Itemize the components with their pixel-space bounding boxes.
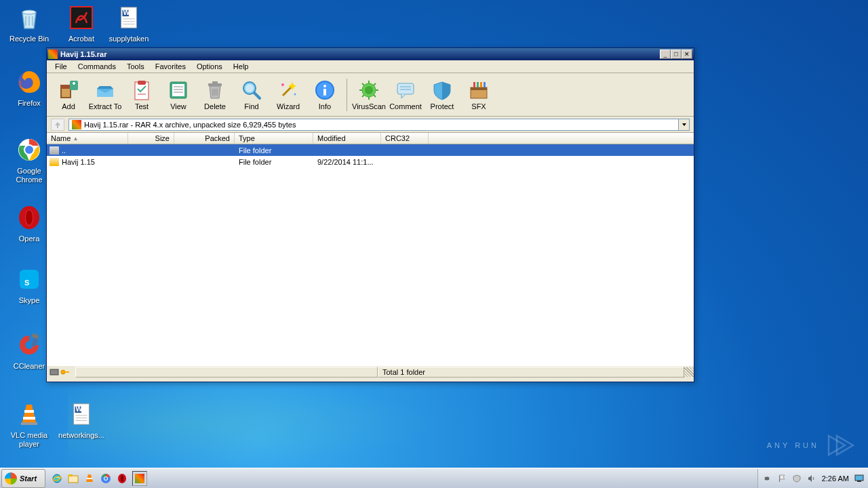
up-arrow-icon [54, 121, 62, 129]
tray-desktop-icon[interactable] [854, 474, 864, 483]
svg-point-46 [245, 84, 254, 92]
toolbar-wizard[interactable]: Wizard [271, 76, 306, 114]
svg-rect-71 [480, 82, 482, 87]
quick-launch-chrome[interactable] [100, 472, 112, 485]
svg-rect-64 [397, 83, 414, 94]
toolbar-label: SFX [471, 102, 486, 110]
desktop-icon-vlc[interactable]: VLC media player [5, 400, 53, 454]
desktop-icon-label: Google Chrome [6, 167, 52, 184]
info-icon [314, 79, 336, 101]
svg-rect-41 [212, 81, 218, 83]
key-icon [60, 368, 70, 376]
svg-rect-73 [50, 369, 58, 375]
svg-point-85 [121, 475, 123, 482]
column-size[interactable]: Size [128, 133, 174, 144]
statusbar: Total 1 folder [47, 365, 694, 378]
desktop-icon-label: Recycle Bin [9, 35, 49, 43]
address-dropdown[interactable] [678, 119, 689, 130]
file-row[interactable]: Havij 1.15 File folder 9/22/2014 11:1... [47, 156, 694, 167]
test-icon [131, 79, 153, 101]
toolbar-test[interactable]: Test [124, 76, 159, 114]
quick-launch-explorer[interactable] [67, 472, 79, 485]
svg-point-0 [22, 10, 36, 14]
wizard-icon [277, 79, 299, 101]
menu-tools[interactable]: Tools [121, 61, 150, 72]
svg-point-14 [26, 210, 33, 225]
virus-icon [358, 79, 380, 101]
svg-rect-70 [477, 82, 479, 87]
column-modified[interactable]: Modified [313, 133, 381, 144]
close-button[interactable]: ✕ [682, 49, 692, 59]
address-field[interactable]: Havij 1.15.rar - RAR 4.x archive, unpack… [68, 119, 690, 131]
menu-help[interactable]: Help [228, 61, 254, 72]
menu-options[interactable]: Options [191, 61, 228, 72]
svg-line-61 [374, 95, 376, 97]
svg-line-47 [254, 93, 260, 98]
menu-commands[interactable]: Commands [73, 61, 121, 72]
toolbar-find[interactable]: Find [234, 76, 269, 114]
column-crc32[interactable]: CRC32 [381, 133, 429, 144]
toolbar-label: View [170, 102, 186, 110]
minimize-button[interactable]: _ [660, 49, 671, 59]
toolbar-comment[interactable]: Comment [388, 76, 423, 114]
toolbar-delete[interactable]: Delete [197, 76, 233, 114]
tray-volume-icon[interactable] [807, 474, 816, 483]
toolbar-label: Wizard [277, 102, 300, 110]
svg-rect-19 [24, 410, 34, 413]
column-name[interactable]: Name ▲ [47, 133, 128, 144]
window-title: Havij 1.15.rar [60, 50, 660, 58]
taskbar-item-winrar[interactable] [132, 471, 147, 486]
resize-grip[interactable] [684, 367, 694, 377]
file-name: Havij 1.15 [62, 158, 95, 166]
quick-launch-vlc[interactable] [83, 472, 96, 485]
file-list[interactable]: .. File folder Havij 1.15 File folder 9/… [47, 144, 694, 365]
file-modified: 9/22/2014 11:1... [313, 158, 381, 166]
column-packed[interactable]: Packed [174, 133, 235, 144]
comment-icon [395, 79, 416, 101]
desktop-icon-label: networkings... [58, 431, 104, 440]
start-button[interactable]: Start [1, 469, 45, 488]
toolbar-sfx[interactable]: SFX [461, 76, 496, 114]
file-row-parent[interactable]: .. File folder [47, 144, 694, 156]
toolbar-extract[interactable]: Extract To [87, 76, 123, 114]
svg-rect-53 [323, 89, 326, 96]
svg-point-52 [323, 85, 326, 87]
quick-launch-ie[interactable] [51, 472, 63, 485]
word-doc-icon: W [115, 3, 143, 32]
up-button[interactable] [51, 119, 64, 131]
maximize-button[interactable]: □ [671, 49, 682, 59]
toolbar-view[interactable]: View [161, 76, 196, 114]
tray-flag-icon[interactable] [777, 474, 787, 483]
desktop-icon-label: Acrobat [68, 35, 94, 43]
toolbar-add[interactable]: Add [51, 76, 86, 114]
file-name: .. [62, 146, 66, 155]
toolbar-label: Delete [204, 102, 226, 110]
folder-icon [50, 158, 59, 166]
svg-text:W: W [75, 405, 82, 413]
desktop: Recycle Bin Acrobat W supplytaken Firefo… [0, 0, 868, 488]
protect-icon [431, 79, 453, 101]
toolbar-protect[interactable]: Protect [425, 76, 460, 114]
quick-launch [51, 472, 128, 485]
titlebar[interactable]: Havij 1.15.rar _ □ ✕ [47, 48, 694, 60]
toolbar-virusscan[interactable]: VirusScan [351, 76, 387, 114]
desktop-icon-networkings[interactable]: W networkings... [58, 400, 105, 454]
column-type[interactable]: Type [235, 133, 313, 144]
toolbar-info[interactable]: Info [307, 76, 342, 114]
menu-file[interactable]: File [50, 61, 73, 72]
svg-point-55 [365, 86, 373, 94]
desktop-icon-label: VLC media player [6, 431, 52, 449]
sfx-icon [468, 79, 490, 101]
svg-text:W: W [123, 9, 130, 16]
svg-rect-1 [71, 7, 92, 28]
svg-point-83 [104, 477, 107, 480]
svg-rect-75 [64, 371, 69, 373]
tray-expand-icon[interactable] [762, 474, 772, 483]
menu-favorites[interactable]: Favorites [150, 61, 191, 72]
tray-shield-icon[interactable] [792, 474, 802, 483]
taskbar-clock[interactable]: 2:26 AM [822, 474, 849, 483]
status-total: Total 1 folder [378, 367, 684, 378]
disk-icon [50, 368, 59, 376]
quick-launch-opera[interactable] [116, 472, 128, 485]
svg-rect-21 [21, 422, 37, 425]
